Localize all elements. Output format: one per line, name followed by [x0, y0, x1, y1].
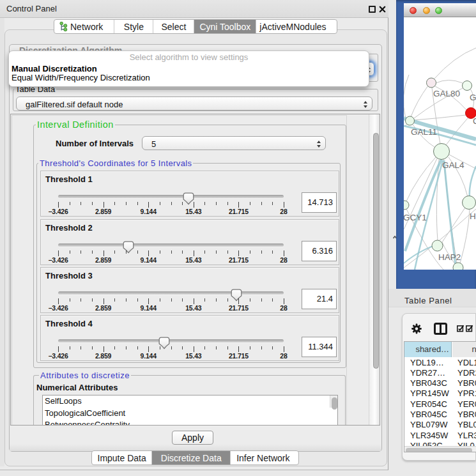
svg-text:GAL3: GAL3 [470, 93, 476, 102]
svg-text:HAP2: HAP2 [438, 252, 461, 262]
svg-text:GAL4: GAL4 [442, 160, 464, 170]
svg-text:H: H [470, 211, 476, 221]
svg-text:GAL80: GAL80 [433, 89, 460, 98]
svg-text:GCY1: GCY1 [404, 213, 427, 222]
svg-text:CY: CY [473, 116, 476, 126]
svg-text:GAL11: GAL11 [411, 127, 437, 137]
